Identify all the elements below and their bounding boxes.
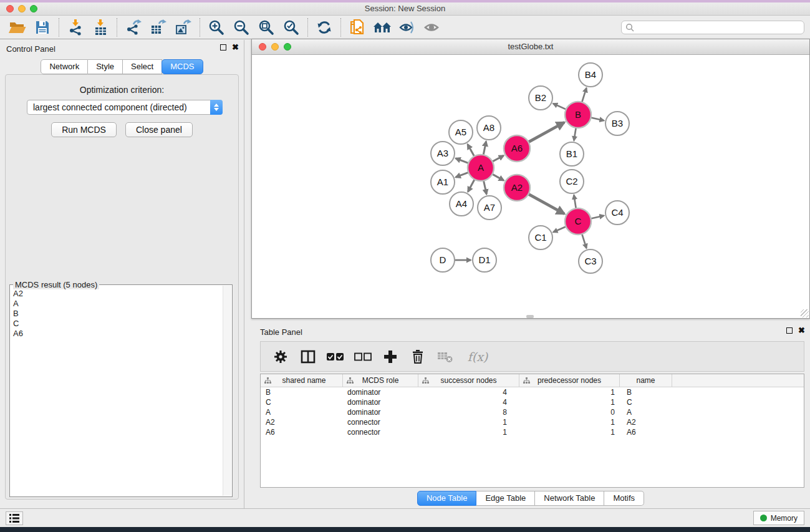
graph-edge-A-A1[interactable] <box>456 172 469 177</box>
import-table-button[interactable] <box>88 17 113 37</box>
cell-shared-name[interactable]: A6 <box>261 428 343 437</box>
float-panel-icon[interactable] <box>220 44 226 51</box>
network-window-titlebar[interactable]: testGlobe.txt <box>252 39 809 55</box>
select-first-neighbors-button[interactable] <box>370 17 395 37</box>
column-header-mcds-role[interactable]: MCDS role <box>343 374 418 387</box>
graph-node-A3[interactable]: A3 <box>431 142 455 165</box>
export-network-button[interactable] <box>121 17 146 37</box>
table-row[interactable]: B dominator 4 1 B <box>261 387 804 397</box>
graph-node-A1[interactable]: A1 <box>431 170 455 194</box>
tab-edge-table[interactable]: Edge Table <box>476 491 535 506</box>
graph-node-C2[interactable]: C2 <box>560 170 584 193</box>
hide-selected-button[interactable] <box>420 17 445 37</box>
column-header-shared-name[interactable]: shared name <box>261 374 343 387</box>
save-session-button[interactable] <box>30 17 55 37</box>
run-mcds-button[interactable]: Run MCDS <box>51 122 117 137</box>
cell-shared-name[interactable]: C <box>261 398 343 407</box>
new-network-from-selection-button[interactable] <box>345 17 370 37</box>
table-row[interactable]: A6 connector 1 1 A6 <box>261 427 804 437</box>
optimization-criterion-select[interactable]: largest connected component (directed) <box>27 100 223 115</box>
column-header-name[interactable]: name <box>620 374 672 387</box>
zoom-selected-button[interactable] <box>279 17 304 37</box>
cell-shared-name[interactable]: A <box>261 408 343 417</box>
graph-edge-A-A5[interactable] <box>468 144 475 156</box>
search-input[interactable] <box>635 22 804 33</box>
cell-shared-name[interactable]: B <box>261 388 343 397</box>
delete-table-button[interactable] <box>436 348 454 365</box>
zoom-fit-button[interactable] <box>254 17 279 37</box>
list-item[interactable]: A <box>11 299 222 309</box>
graph-node-B1[interactable]: B1 <box>560 142 584 166</box>
zoom-out-button[interactable] <box>229 17 254 37</box>
import-network-button[interactable] <box>63 17 88 37</box>
minimize-view-button[interactable] <box>271 43 279 51</box>
minimize-window-button[interactable] <box>18 5 26 12</box>
graph-edge-C-C1[interactable] <box>553 226 566 232</box>
graph-edge-B-B4[interactable] <box>582 88 586 102</box>
tab-select[interactable]: Select <box>123 59 162 74</box>
graph-node-D1[interactable]: D1 <box>473 248 496 272</box>
graph-node-B[interactable]: B <box>565 102 591 128</box>
search-field[interactable] <box>621 21 804 34</box>
memory-button[interactable]: Memory <box>753 511 804 525</box>
cell-mcds-role[interactable]: connector <box>343 418 418 427</box>
cell-predecessor-nodes[interactable]: 1 <box>519 398 620 407</box>
list-item[interactable]: B <box>11 309 222 319</box>
tab-motifs[interactable]: Motifs <box>604 491 644 506</box>
graph-node-C4[interactable]: C4 <box>605 201 629 225</box>
function-builder-button[interactable]: f(x) <box>464 348 491 365</box>
cell-predecessor-nodes[interactable]: 1 <box>519 428 620 437</box>
graph-edge-C-C4[interactable] <box>591 216 604 219</box>
cell-successor-nodes[interactable]: 1 <box>418 418 519 427</box>
tab-style[interactable]: Style <box>88 59 123 74</box>
graph-node-A[interactable]: A <box>468 155 494 181</box>
cell-mcds-role[interactable]: dominator <box>343 408 418 417</box>
cell-predecessor-nodes[interactable]: 1 <box>519 388 620 397</box>
cell-successor-nodes[interactable]: 1 <box>418 428 519 437</box>
cell-predecessor-nodes[interactable]: 1 <box>519 418 620 427</box>
graph-node-C1[interactable]: C1 <box>529 226 552 249</box>
table-row[interactable]: A2 connector 1 1 A2 <box>261 417 804 427</box>
list-item[interactable]: A2 <box>11 289 222 299</box>
graph-edge-A-A6[interactable] <box>493 155 504 162</box>
cell-name[interactable]: B <box>620 388 672 397</box>
split-view-button[interactable] <box>299 348 317 365</box>
graph-node-C3[interactable]: C3 <box>579 249 602 273</box>
table-row[interactable]: A dominator 8 0 A <box>261 407 804 417</box>
graph-node-A7[interactable]: A7 <box>478 196 501 220</box>
graph-edge-B-B3[interactable] <box>591 118 604 121</box>
graph-node-B3[interactable]: B3 <box>605 112 629 135</box>
graph-edge-A-A7[interactable] <box>483 181 486 195</box>
canvas-scroll-handle[interactable] <box>526 315 534 318</box>
graph-edge-B-B2[interactable] <box>553 104 566 109</box>
graph-edge-C-C3[interactable] <box>582 234 586 248</box>
float-panel-icon[interactable] <box>786 327 793 334</box>
graph-edge-A-A3[interactable] <box>456 158 469 163</box>
graph-edge-B-B1[interactable] <box>574 128 576 141</box>
graph-edge-A-A8[interactable] <box>483 142 486 155</box>
tab-mcds[interactable]: MCDS <box>162 59 203 74</box>
graph-edge-A2-C[interactable] <box>528 194 564 214</box>
scrollbar-track[interactable] <box>223 286 231 496</box>
cell-successor-nodes[interactable]: 8 <box>418 408 519 417</box>
network-canvas[interactable]: B4B2BB3A5A8A6A3B1AA1C2A2A4A7C4CC1C3DD1 <box>252 55 809 318</box>
close-window-button[interactable] <box>6 5 14 12</box>
graph-edge-A-A4[interactable] <box>468 180 475 192</box>
graph-edge-C-C2[interactable] <box>574 195 576 209</box>
column-header-successor-nodes[interactable]: successor nodes <box>418 374 519 387</box>
zoom-in-button[interactable] <box>204 17 229 37</box>
table-row[interactable]: C dominator 4 1 C <box>261 397 804 407</box>
cell-successor-nodes[interactable]: 4 <box>418 388 519 397</box>
close-panel-icon[interactable]: ✖ <box>232 44 239 51</box>
cell-name[interactable]: C <box>620 398 672 407</box>
graph-node-D[interactable]: D <box>431 248 455 272</box>
graph-node-A6[interactable]: A6 <box>504 135 530 162</box>
export-table-button[interactable] <box>146 17 171 37</box>
graph-node-C[interactable]: C <box>565 208 591 235</box>
cell-predecessor-nodes[interactable]: 0 <box>519 408 620 417</box>
deselect-all-button[interactable] <box>354 348 372 365</box>
resize-grip-icon[interactable] <box>801 309 809 317</box>
cell-name[interactable]: A6 <box>620 428 672 437</box>
graph-node-A5[interactable]: A5 <box>449 120 473 144</box>
cell-name[interactable]: A <box>620 408 672 417</box>
